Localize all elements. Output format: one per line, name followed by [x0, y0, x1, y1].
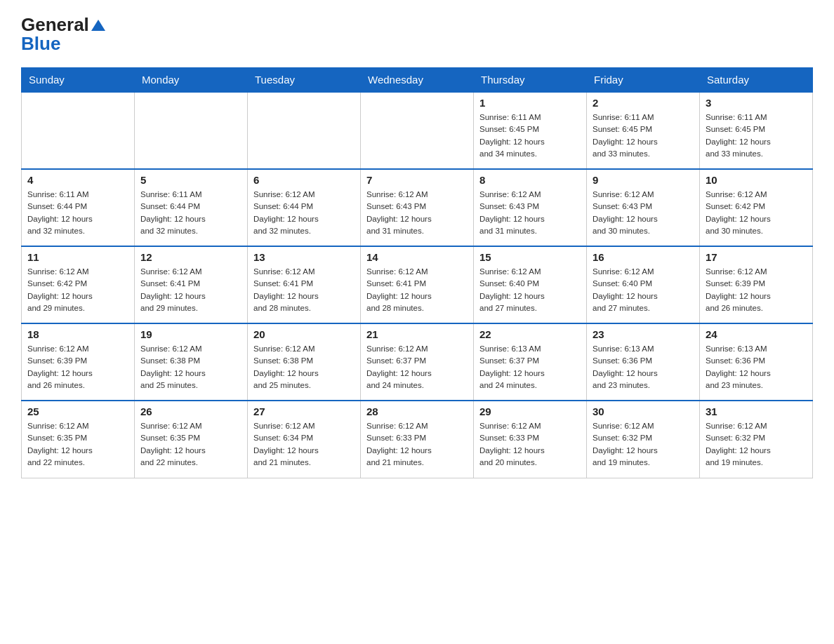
day-number: 12	[140, 251, 241, 263]
day-number: 15	[479, 251, 581, 263]
calendar-cell-w3-d4: 15Sunrise: 6:12 AMSunset: 6:40 PMDayligh…	[474, 246, 587, 323]
day-number: 10	[706, 174, 807, 186]
calendar-cell-w1-d6: 3Sunrise: 6:11 AMSunset: 6:45 PMDaylight…	[700, 92, 813, 169]
calendar-cell-w4-d4: 22Sunrise: 6:13 AMSunset: 6:37 PMDayligh…	[474, 323, 587, 401]
calendar-cell-w2-d4: 8Sunrise: 6:12 AMSunset: 6:43 PMDaylight…	[474, 169, 587, 246]
day-info: Sunrise: 6:12 AMSunset: 6:42 PMDaylight:…	[706, 189, 807, 237]
day-number: 31	[706, 405, 807, 417]
day-number: 11	[27, 251, 128, 263]
calendar-cell-w3-d2: 13Sunrise: 6:12 AMSunset: 6:41 PMDayligh…	[248, 246, 361, 323]
calendar-cell-w1-d4: 1Sunrise: 6:11 AMSunset: 6:45 PMDaylight…	[474, 92, 587, 169]
day-number: 2	[593, 97, 694, 109]
calendar-cell-w2-d5: 9Sunrise: 6:12 AMSunset: 6:43 PMDaylight…	[587, 169, 700, 246]
day-number: 26	[140, 405, 241, 417]
calendar-cell-w4-d6: 24Sunrise: 6:13 AMSunset: 6:36 PMDayligh…	[700, 323, 813, 401]
day-info: Sunrise: 6:12 AMSunset: 6:32 PMDaylight:…	[706, 420, 807, 469]
day-number: 29	[479, 405, 581, 417]
day-info: Sunrise: 6:12 AMSunset: 6:37 PMDaylight:…	[366, 343, 468, 391]
day-number: 3	[706, 97, 807, 109]
header-tuesday: Tuesday	[248, 68, 361, 93]
logo: General Blue	[21, 14, 107, 55]
calendar-cell-w3-d3: 14Sunrise: 6:12 AMSunset: 6:41 PMDayligh…	[361, 246, 474, 323]
calendar-cell-w3-d1: 12Sunrise: 6:12 AMSunset: 6:41 PMDayligh…	[135, 246, 248, 323]
day-number: 21	[366, 328, 468, 340]
week-row-1: 1Sunrise: 6:11 AMSunset: 6:45 PMDaylight…	[22, 92, 813, 169]
calendar-cell-w2-d1: 5Sunrise: 6:11 AMSunset: 6:44 PMDaylight…	[135, 169, 248, 246]
calendar-cell-w2-d2: 6Sunrise: 6:12 AMSunset: 6:44 PMDaylight…	[248, 169, 361, 246]
day-number: 22	[479, 328, 581, 340]
day-info: Sunrise: 6:12 AMSunset: 6:43 PMDaylight:…	[593, 189, 694, 237]
day-info: Sunrise: 6:12 AMSunset: 6:43 PMDaylight:…	[366, 189, 468, 237]
day-info: Sunrise: 6:13 AMSunset: 6:36 PMDaylight:…	[593, 343, 694, 391]
calendar-cell-w3-d6: 17Sunrise: 6:12 AMSunset: 6:39 PMDayligh…	[700, 246, 813, 323]
calendar-cell-w5-d4: 29Sunrise: 6:12 AMSunset: 6:33 PMDayligh…	[474, 401, 587, 478]
day-info: Sunrise: 6:12 AMSunset: 6:35 PMDaylight:…	[140, 420, 241, 469]
day-info: Sunrise: 6:12 AMSunset: 6:38 PMDaylight:…	[253, 343, 355, 391]
calendar-cell-w5-d2: 27Sunrise: 6:12 AMSunset: 6:34 PMDayligh…	[248, 401, 361, 478]
day-info: Sunrise: 6:12 AMSunset: 6:39 PMDaylight:…	[706, 266, 807, 314]
calendar-cell-w3-d0: 11Sunrise: 6:12 AMSunset: 6:42 PMDayligh…	[22, 246, 135, 323]
header-sunday: Sunday	[22, 68, 135, 93]
logo-triangle-icon	[91, 19, 106, 32]
header-thursday: Thursday	[474, 68, 587, 93]
day-info: Sunrise: 6:12 AMSunset: 6:41 PMDaylight:…	[366, 266, 468, 314]
calendar-cell-w5-d3: 28Sunrise: 6:12 AMSunset: 6:33 PMDayligh…	[361, 401, 474, 478]
calendar-cell-w5-d6: 31Sunrise: 6:12 AMSunset: 6:32 PMDayligh…	[700, 401, 813, 478]
calendar-cell-w2-d3: 7Sunrise: 6:12 AMSunset: 6:43 PMDaylight…	[361, 169, 474, 246]
day-number: 17	[706, 251, 807, 263]
calendar-cell-w1-d2	[248, 92, 361, 169]
header-saturday: Saturday	[700, 68, 813, 93]
calendar-header-row: SundayMondayTuesdayWednesdayThursdayFrid…	[22, 68, 813, 93]
day-number: 6	[253, 174, 355, 186]
calendar-cell-w4-d3: 21Sunrise: 6:12 AMSunset: 6:37 PMDayligh…	[361, 323, 474, 401]
day-number: 9	[593, 174, 694, 186]
day-info: Sunrise: 6:12 AMSunset: 6:40 PMDaylight:…	[593, 266, 694, 314]
calendar-cell-w1-d1	[135, 92, 248, 169]
day-number: 28	[366, 405, 468, 417]
calendar-cell-w1-d5: 2Sunrise: 6:11 AMSunset: 6:45 PMDaylight…	[587, 92, 700, 169]
day-info: Sunrise: 6:11 AMSunset: 6:45 PMDaylight:…	[479, 112, 581, 160]
day-info: Sunrise: 6:12 AMSunset: 6:44 PMDaylight:…	[253, 189, 355, 237]
day-number: 25	[27, 405, 128, 417]
day-number: 16	[593, 251, 694, 263]
day-number: 30	[593, 405, 694, 417]
header-friday: Friday	[587, 68, 700, 93]
calendar-cell-w4-d2: 20Sunrise: 6:12 AMSunset: 6:38 PMDayligh…	[248, 323, 361, 401]
day-number: 4	[27, 174, 128, 186]
week-row-2: 4Sunrise: 6:11 AMSunset: 6:44 PMDaylight…	[22, 169, 813, 246]
calendar-cell-w5-d0: 25Sunrise: 6:12 AMSunset: 6:35 PMDayligh…	[22, 401, 135, 478]
day-info: Sunrise: 6:12 AMSunset: 6:42 PMDaylight:…	[27, 266, 128, 314]
day-info: Sunrise: 6:12 AMSunset: 6:41 PMDaylight:…	[253, 266, 355, 314]
calendar-cell-w4-d5: 23Sunrise: 6:13 AMSunset: 6:36 PMDayligh…	[587, 323, 700, 401]
logo-blue-text: Blue	[21, 33, 60, 55]
header-monday: Monday	[135, 68, 248, 93]
day-info: Sunrise: 6:13 AMSunset: 6:37 PMDaylight:…	[479, 343, 581, 391]
page-header: General Blue	[21, 14, 813, 55]
day-info: Sunrise: 6:12 AMSunset: 6:43 PMDaylight:…	[479, 189, 581, 237]
day-info: Sunrise: 6:12 AMSunset: 6:41 PMDaylight:…	[140, 266, 241, 314]
day-number: 19	[140, 328, 241, 340]
calendar-cell-w5-d1: 26Sunrise: 6:12 AMSunset: 6:35 PMDayligh…	[135, 401, 248, 478]
day-info: Sunrise: 6:12 AMSunset: 6:39 PMDaylight:…	[27, 343, 128, 391]
day-number: 20	[253, 328, 355, 340]
day-info: Sunrise: 6:12 AMSunset: 6:32 PMDaylight:…	[593, 420, 694, 469]
calendar-cell-w5-d5: 30Sunrise: 6:12 AMSunset: 6:32 PMDayligh…	[587, 401, 700, 478]
svg-marker-0	[91, 20, 105, 31]
day-info: Sunrise: 6:12 AMSunset: 6:33 PMDaylight:…	[479, 420, 581, 469]
day-info: Sunrise: 6:12 AMSunset: 6:33 PMDaylight:…	[366, 420, 468, 469]
day-info: Sunrise: 6:12 AMSunset: 6:38 PMDaylight:…	[140, 343, 241, 391]
day-info: Sunrise: 6:11 AMSunset: 6:44 PMDaylight:…	[140, 189, 241, 237]
calendar-cell-w4-d0: 18Sunrise: 6:12 AMSunset: 6:39 PMDayligh…	[22, 323, 135, 401]
calendar-cell-w1-d3	[361, 92, 474, 169]
day-info: Sunrise: 6:11 AMSunset: 6:44 PMDaylight:…	[27, 189, 128, 237]
week-row-5: 25Sunrise: 6:12 AMSunset: 6:35 PMDayligh…	[22, 401, 813, 478]
day-number: 7	[366, 174, 468, 186]
calendar-table: SundayMondayTuesdayWednesdayThursdayFrid…	[21, 67, 813, 478]
day-number: 23	[593, 328, 694, 340]
calendar-cell-w2-d0: 4Sunrise: 6:11 AMSunset: 6:44 PMDaylight…	[22, 169, 135, 246]
week-row-3: 11Sunrise: 6:12 AMSunset: 6:42 PMDayligh…	[22, 246, 813, 323]
day-info: Sunrise: 6:12 AMSunset: 6:34 PMDaylight:…	[253, 420, 355, 469]
day-info: Sunrise: 6:13 AMSunset: 6:36 PMDaylight:…	[706, 343, 807, 391]
day-number: 27	[253, 405, 355, 417]
calendar-cell-w2-d6: 10Sunrise: 6:12 AMSunset: 6:42 PMDayligh…	[700, 169, 813, 246]
